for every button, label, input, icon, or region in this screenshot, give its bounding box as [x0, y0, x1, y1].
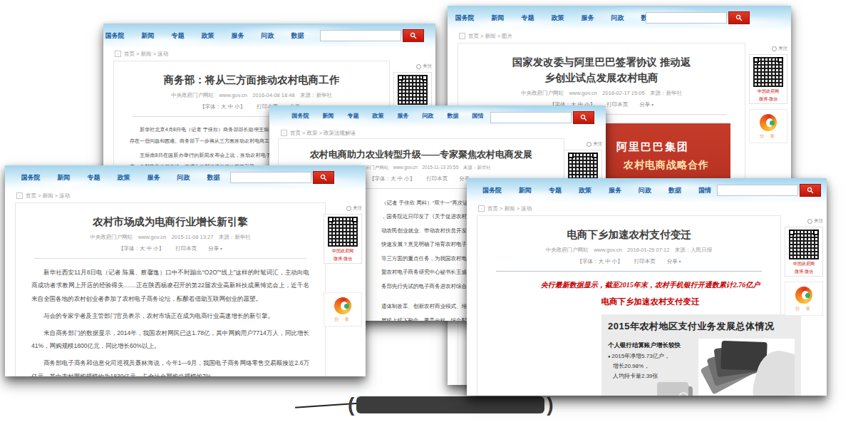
nav-item[interactable]: 国务院	[455, 14, 475, 23]
article-meta: 中央政府门户网站 www.gov.cn 2016-02-17 15:05 来源：…	[474, 90, 729, 97]
share-box-label[interactable]: 分 享	[324, 316, 361, 323]
nav-item[interactable]: 国务院	[21, 173, 41, 182]
nav-item[interactable]: 政策	[202, 31, 215, 41]
follow-label[interactable]: 关注	[778, 46, 787, 51]
lede-highlight: 央行最新数据显示，截至2015年末，农村手机银行开通数累计2.76亿户	[536, 280, 765, 290]
follow-label[interactable]: 关注	[353, 205, 362, 210]
nav-item[interactable]: 数据	[668, 186, 681, 195]
nav-item[interactable]: 问政	[639, 186, 651, 195]
breadcrumb-text[interactable]: 首页 > 政策 > 政策法规解读	[290, 130, 356, 137]
nav-item[interactable]: 专题	[172, 31, 185, 41]
search-button[interactable]	[573, 111, 594, 124]
nav-item[interactable]: 新闻	[492, 14, 505, 23]
breadcrumb[interactable]: › 首页 > 新闻 > 滚动	[5, 190, 366, 202]
breadcrumb-text[interactable]: 首页 > 新闻 > 滚动	[487, 205, 532, 212]
photo-banner-line-1: 阿里巴巴集团	[616, 140, 689, 154]
home-icon: ›	[459, 33, 465, 39]
follow-row: 关注	[749, 46, 787, 52]
nav-item[interactable]: 专题	[549, 186, 562, 195]
nav-item[interactable]: 新闻	[58, 173, 71, 182]
font-size-control[interactable]: 【字体：大 中 小】	[369, 175, 415, 182]
breadcrumb-text[interactable]: 首页 > 新闻 > 图片	[468, 33, 512, 40]
nav-item[interactable]: 国务院	[482, 186, 502, 195]
search-icon	[410, 32, 417, 39]
nav-item[interactable]: 服务	[582, 14, 594, 23]
follow-row: 关注	[393, 63, 432, 70]
nav-item[interactable]: 服务	[609, 186, 621, 195]
breadcrumb-text[interactable]: 首页 > 新闻 > 滚动	[124, 51, 168, 58]
font-size-control[interactable]: 【字体：大 中 小】	[118, 245, 164, 252]
side-column: 关注 中国政府网 微博·微信 分 享	[749, 46, 787, 143]
breadcrumb[interactable]: › 首页 > 新闻 > 图片	[448, 30, 791, 42]
article-title: 农村市场成为电商行业增长新引擎	[50, 215, 291, 230]
nav-item[interactable]: 国务院	[292, 112, 309, 120]
share-button[interactable]: 分享	[667, 258, 681, 265]
share-box[interactable]: 分 享	[785, 282, 823, 316]
follow-row: 关注	[564, 141, 602, 148]
nav-item[interactable]: 问政	[177, 173, 190, 182]
follow-label[interactable]: 关注	[423, 63, 432, 68]
nav-item[interactable]: 问政	[262, 31, 274, 41]
top-nav: 国务院 新闻专题政策服务问政数据国情	[110, 31, 329, 41]
print-button[interactable]: 打印本页	[175, 245, 197, 252]
search-input[interactable]	[230, 172, 311, 183]
nav-item[interactable]: 数据	[448, 112, 459, 120]
nav-item[interactable]: 国情	[472, 112, 484, 120]
breadcrumb[interactable]: › 首页 > 新闻 > 滚动	[103, 48, 435, 60]
nav-item[interactable]: 政策	[579, 186, 591, 195]
follow-label[interactable]: 关注	[593, 141, 602, 146]
follow-label[interactable]: 关注	[814, 218, 823, 223]
breadcrumb[interactable]: › 首页 > 政策 > 政策法规解读	[269, 127, 606, 139]
search-input[interactable]	[320, 30, 401, 41]
article-title: 农村电商助力农业转型升级——专家聚焦农村电商发展	[296, 148, 547, 162]
print-button[interactable]: 打印本页	[634, 258, 656, 265]
nav-item[interactable]: 新闻	[323, 112, 334, 120]
breadcrumb-text[interactable]: 首页 > 新闻 > 滚动	[26, 192, 70, 200]
share-box-label[interactable]: 分 享	[750, 133, 787, 140]
nav-item[interactable]: 政策	[118, 173, 130, 182]
follow-icon	[807, 219, 812, 224]
share-box-label[interactable]: 分 享	[785, 306, 822, 312]
search-button[interactable]	[313, 171, 334, 184]
nav-item[interactable]: 政策	[552, 14, 564, 23]
article-meta: 中央政府门户网站 www.gov.cn 2016-01-29 07:12 来源：…	[493, 247, 765, 254]
font-size-control[interactable]: 【字体：大 中 小】	[200, 103, 245, 110]
sky-banner: 国务院 新闻专题政策服务问政数据国情	[269, 106, 606, 127]
figure-caption: ( )	[348, 395, 554, 415]
nav-item[interactable]: 服务	[232, 31, 244, 41]
search-button[interactable]	[728, 11, 750, 24]
search-input[interactable]	[646, 12, 727, 24]
print-button[interactable]: 打印本页	[606, 101, 628, 108]
print-button[interactable]: 打印本页	[426, 175, 448, 182]
share-box[interactable]: 分 享	[324, 292, 362, 326]
font-size-control[interactable]: 【字体：大 中 小】	[577, 258, 623, 265]
share-button[interactable]: 分享	[208, 245, 222, 252]
search-input[interactable]	[490, 112, 572, 123]
search-button[interactable]	[403, 29, 424, 42]
nav-item[interactable]: 问政	[611, 14, 624, 23]
share-button[interactable]: 分享	[639, 101, 653, 108]
nav-item[interactable]: 数据	[291, 31, 304, 41]
nav-item[interactable]: 问政	[423, 112, 434, 120]
nav-item[interactable]: 国务院	[105, 31, 125, 41]
nav-item[interactable]: 政策	[373, 112, 384, 120]
photo-banner-line-2: 农村电商战略合作	[624, 159, 709, 172]
breadcrumb[interactable]: › 首页 > 新闻 > 滚动	[467, 202, 827, 215]
search-button[interactable]	[800, 184, 821, 197]
infographic-heading: 个人银行结算账户增长较快	[608, 341, 693, 350]
nav-item[interactable]: 新闻	[142, 31, 155, 41]
search-icon	[735, 14, 743, 21]
article-toolbar: 【字体：大 中 小】 打印本页 分享	[493, 258, 765, 265]
article-meta: 中央政府门户网站 www.gov.cn 2015-11-08 13:27 来源：…	[31, 234, 309, 241]
sky-banner: 国务院 新闻专题政策服务问政数据国情	[103, 24, 435, 48]
share-box[interactable]: 分 享	[749, 109, 787, 143]
nav-item[interactable]: 专题	[522, 14, 534, 23]
nav-item[interactable]: 数据	[207, 173, 220, 182]
nav-item[interactable]: 服务	[148, 173, 160, 182]
search-input[interactable]	[717, 185, 798, 196]
nav-item[interactable]: 专题	[348, 112, 359, 120]
nav-item[interactable]: 国情	[698, 186, 711, 195]
nav-item[interactable]: 新闻	[519, 186, 532, 195]
nav-item[interactable]: 专题	[88, 173, 100, 182]
nav-item[interactable]: 服务	[398, 112, 409, 120]
